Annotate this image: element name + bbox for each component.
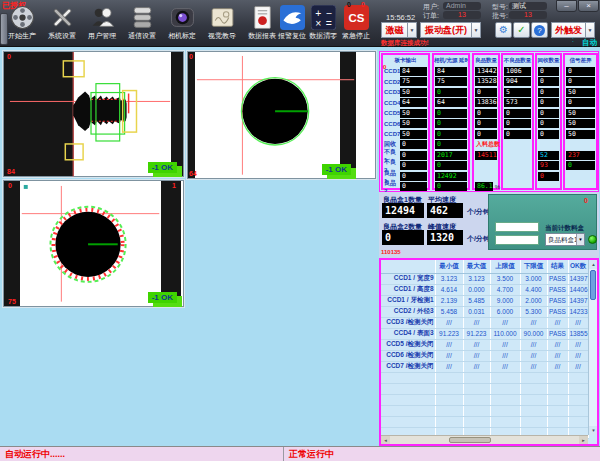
results-cell: /// xyxy=(568,339,588,350)
data-clear-icon: +−×= xyxy=(311,5,336,30)
stats-value-cell: 5 xyxy=(504,88,531,97)
stats-value-cell: 0 xyxy=(400,182,427,191)
table-row[interactable]: CCD4 / 表面391.22391.223110.00090.000PASS1… xyxy=(381,328,588,339)
svg-text:+: + xyxy=(315,8,321,19)
stats-row: 0 xyxy=(537,129,560,140)
empty-cell xyxy=(463,372,490,383)
empty-cell xyxy=(520,394,547,405)
table-row[interactable]: CCD7 /检测关闭////////////////// xyxy=(381,361,588,372)
camera2-count-bottom: 64 xyxy=(189,170,197,177)
stats-value-cell: 0 xyxy=(538,77,559,86)
scroll-right-icon[interactable]: ► xyxy=(579,436,588,445)
results-cell: 14406 xyxy=(568,284,588,295)
gear-icon[interactable]: ⚙ xyxy=(495,22,512,38)
toolbar-button-3[interactable]: 用户管理 xyxy=(82,5,122,41)
scroll-down-icon[interactable]: ▼ xyxy=(589,426,598,435)
table-row[interactable]: CCD5 /检测关闭////////////////// xyxy=(381,339,588,350)
check-icon[interactable]: ✓ xyxy=(513,22,530,38)
chevron-down-icon[interactable] xyxy=(472,22,481,38)
minimize-button[interactable]: – xyxy=(556,0,577,12)
camera1-overlay xyxy=(4,52,183,177)
chevron-down-icon[interactable] xyxy=(586,22,595,38)
chevron-down-icon[interactable] xyxy=(576,234,584,245)
toolbar-button-6[interactable]: 视觉教导 xyxy=(202,5,242,41)
empty-cell xyxy=(490,383,520,394)
stats-value-cell: 50 xyxy=(566,130,595,139)
results-cell: /// xyxy=(568,361,588,372)
table-row[interactable]: CCD1 / 牙检测12.1395.4859.0002.000PASS14397 xyxy=(381,295,588,306)
table-row[interactable]: CCD1 / 高度84.6140.0004.7004.400PASS14406 xyxy=(381,284,588,295)
excite-label[interactable]: 激磁 xyxy=(381,22,408,38)
stats-value-cell: 0 xyxy=(566,77,595,86)
roi-yellow-bottom xyxy=(65,144,83,160)
stats-value-cell: 84 xyxy=(400,67,427,76)
vibration-dropdown[interactable]: 振动盘(开) xyxy=(420,22,481,38)
results-cell: /// xyxy=(547,317,568,328)
stats-row: CCD464 xyxy=(383,98,428,109)
box-select-dropdown[interactable]: 良品料盒1 xyxy=(545,233,585,246)
table-row[interactable]: CCD3 /检测关闭////////////////// xyxy=(381,317,588,328)
empty-row xyxy=(381,394,588,405)
scroll-left-icon[interactable]: ◄ xyxy=(381,436,390,445)
vibration-label[interactable]: 振动盘(开) xyxy=(420,22,472,38)
camera-view-1[interactable]: 0 84 -1 OK xyxy=(3,51,184,177)
stats-row: 14511 xyxy=(474,150,498,161)
external-trigger-label[interactable]: 外触发 xyxy=(551,22,586,38)
stats-value-cell: 0 xyxy=(538,109,559,118)
start-production-icon xyxy=(10,5,35,30)
results-cell: 3.500 xyxy=(490,273,520,284)
stats-row: 86.1% xyxy=(474,182,498,193)
stats-row xyxy=(503,171,532,182)
table-row[interactable]: CCD1 / 宽度93.1233.1233.5003.000PASS14397 xyxy=(381,273,588,284)
stats-value-cell: 93 xyxy=(538,161,559,170)
stats-row: 904 xyxy=(503,77,532,88)
help-icon[interactable]: ? xyxy=(531,22,548,38)
toolbar-button-4[interactable]: 通信设置 xyxy=(122,5,162,41)
camera-view-2[interactable]: 0 64 -1 OK xyxy=(187,51,376,179)
empty-cell xyxy=(435,383,463,394)
toolbar-button-10[interactable]: CS紧急停止 xyxy=(336,5,376,41)
count-input-2[interactable] xyxy=(495,235,539,245)
table-row[interactable]: CCD2 / 外径35.4580.0316.0005.300PASS14233 xyxy=(381,306,588,317)
camera-view-3[interactable]: 0 1 75 -1 OK xyxy=(3,180,184,307)
table-row[interactable]: CCD6 /检测关闭////////////////// xyxy=(381,350,588,361)
stats-column-header: 回收数量 xyxy=(537,55,560,66)
empty-cell xyxy=(381,394,435,405)
vertical-scrollbar[interactable]: ▲ ▼ xyxy=(588,260,597,435)
camera3-count-topright: 1 xyxy=(172,182,176,189)
results-cell: /// xyxy=(547,339,568,350)
stats-value-cell: 0 xyxy=(538,98,559,107)
stats-value-cell: 0 xyxy=(435,182,467,191)
toolbar-button-5[interactable]: 相机标定 xyxy=(162,5,202,41)
empty-cell xyxy=(381,372,435,383)
chevron-down-icon[interactable] xyxy=(408,22,417,38)
close-button[interactable]: × xyxy=(578,0,599,12)
camera1-result-badge: -1 OK xyxy=(148,162,177,173)
camera3-overlay xyxy=(4,181,183,307)
toolbar-button-1[interactable]: 开始生产 xyxy=(2,5,42,41)
empty-cell xyxy=(520,383,547,394)
horizontal-scrollbar[interactable]: ◄ ► xyxy=(381,435,588,444)
stats-row: 0 xyxy=(434,182,468,193)
toolbar-button-label: 视觉教导 xyxy=(202,31,242,41)
results-row-label: CCD4 / 表面3 xyxy=(381,328,435,339)
stats-row: 0 xyxy=(537,77,560,88)
results-cell: /// xyxy=(520,361,547,372)
stats-unit: % xyxy=(494,184,501,190)
stats-row: 50 xyxy=(565,87,596,98)
results-row-label: CCD5 /检测关闭 xyxy=(381,339,435,350)
scroll-up-icon[interactable]: ▲ xyxy=(589,260,598,269)
horizontal-scroll-thumb[interactable] xyxy=(449,437,491,443)
results-cell: 0.031 xyxy=(463,306,490,317)
results-cell: 13855 xyxy=(568,328,588,339)
empty-cell xyxy=(490,405,520,416)
count-input-1[interactable] xyxy=(495,222,539,232)
excite-dropdown[interactable]: 激磁 xyxy=(381,22,417,38)
empty-cell xyxy=(435,405,463,416)
results-cell: 14233 xyxy=(568,306,588,317)
results-cell: /// xyxy=(435,350,463,361)
results-header-cell: 最大值 xyxy=(463,260,490,273)
vertical-scroll-thumb[interactable] xyxy=(590,270,596,300)
toolbar-button-2[interactable]: 系统设置 xyxy=(42,5,82,41)
stats-row: 52 xyxy=(537,150,560,161)
